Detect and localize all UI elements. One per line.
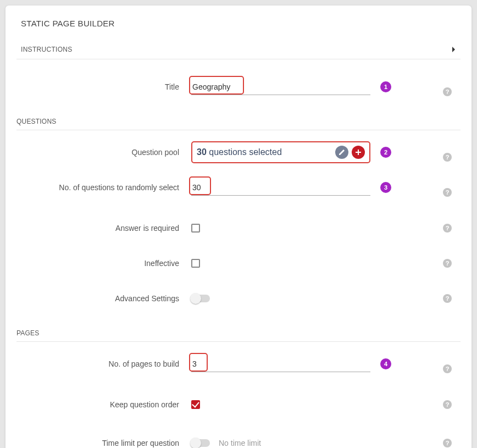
help-icon[interactable]: ? [443, 87, 452, 96]
advanced-settings-label: Advanced Settings [16, 294, 191, 303]
random-select-input[interactable] [191, 180, 370, 196]
add-icon[interactable] [352, 146, 365, 159]
annotation-marker-1: 1 [380, 81, 391, 92]
help-icon[interactable]: ? [443, 259, 452, 268]
time-limit-toggle[interactable] [191, 439, 210, 447]
random-select-label: No. of questions to randomly select [16, 183, 191, 192]
chevron-right-icon [452, 46, 456, 53]
question-pool-field: 30 questions selected [191, 141, 370, 163]
help-icon[interactable]: ? [443, 188, 452, 197]
advanced-settings-toggle[interactable] [191, 295, 210, 302]
keep-order-label: Keep question order [16, 400, 191, 409]
time-limit-note: No time limit [219, 439, 261, 447]
help-icon[interactable]: ? [443, 153, 452, 162]
static-page-builder-panel: STATIC PAGE BUILDER INSTRUCTIONS Title 1… [5, 5, 472, 448]
keep-order-checkbox[interactable] [191, 400, 200, 409]
help-icon[interactable]: ? [443, 439, 452, 447]
question-pool-text: 30 questions selected [197, 147, 282, 157]
section-pages: PAGES [16, 329, 461, 342]
answer-required-label: Answer is required [16, 224, 191, 233]
ineffective-label: Ineffective [16, 259, 191, 268]
instructions-label: INSTRUCTIONS [21, 46, 73, 53]
section-questions: QUESTIONS [16, 118, 461, 130]
question-pool-count: 30 [197, 147, 207, 157]
answer-required-checkbox[interactable] [191, 224, 200, 233]
annotation-marker-3: 3 [380, 182, 391, 193]
title-label: Title [16, 82, 191, 91]
pages-build-input[interactable] [191, 356, 370, 372]
ineffective-checkbox[interactable] [191, 259, 200, 268]
annotation-marker-4: 4 [380, 358, 391, 369]
edit-icon[interactable] [335, 146, 348, 159]
question-pool-label: Question pool [16, 148, 191, 157]
annotation-marker-2: 2 [380, 147, 391, 158]
help-icon[interactable]: ? [443, 294, 452, 303]
question-pool-suffix: questions selected [209, 147, 282, 157]
instructions-accordion[interactable]: INSTRUCTIONS [16, 46, 461, 59]
pages-build-label: No. of pages to build [16, 359, 191, 368]
panel-title: STATIC PAGE BUILDER [21, 19, 461, 28]
help-icon[interactable]: ? [443, 224, 452, 233]
title-input[interactable] [191, 79, 370, 95]
help-icon[interactable]: ? [443, 364, 452, 373]
time-limit-label: Time limit per question [16, 439, 191, 447]
help-icon[interactable]: ? [443, 400, 452, 409]
